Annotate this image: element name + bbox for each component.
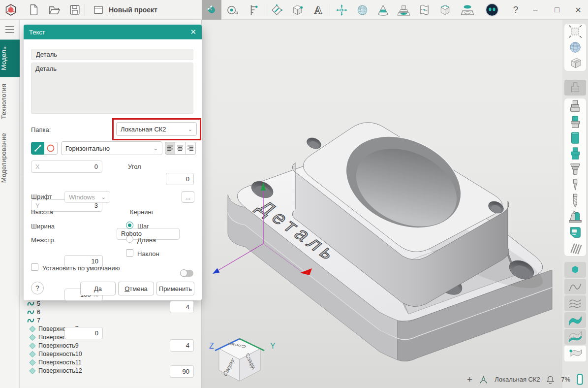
maximize-button[interactable]: □ — [547, 0, 567, 20]
align-right-button[interactable] — [186, 142, 196, 155]
step-field[interactable]: 4 — [170, 301, 194, 313]
open-box-button[interactable] — [564, 55, 586, 71]
zoom-level[interactable]: 7% — [561, 376, 570, 383]
font-more-button[interactable]: ... — [182, 191, 194, 203]
sphere-view-button[interactable] — [564, 39, 586, 55]
menu-button[interactable] — [0, 20, 19, 39]
magnet-tool-button[interactable] — [202, 0, 221, 20]
diagonal-line-icon — [33, 144, 42, 153]
drill-small-button[interactable] — [564, 177, 586, 193]
tree-item-label: Поверхность9 — [38, 342, 79, 349]
dialog-titlebar[interactable]: Текст ✕ — [24, 25, 202, 39]
sidebar-tab-modeling[interactable]: Моделирование — [0, 126, 20, 190]
surface-sheet-button[interactable] — [414, 0, 434, 20]
length-field[interactable]: 4 — [170, 339, 194, 352]
toolbar-separator — [330, 4, 330, 16]
circle-mode-button[interactable] — [44, 142, 58, 155]
text-name-input[interactable] — [31, 49, 193, 60]
cone-tool-button[interactable] — [373, 0, 393, 20]
close-glyph: ✕ — [575, 5, 581, 15]
viewport-3d[interactable]: Деталь Z Y Слева Сверху Сзади — [202, 20, 562, 388]
machine-station-a-button[interactable] — [564, 209, 586, 225]
ok-button[interactable]: Да — [80, 282, 116, 295]
document-tab-label: Новый проект — [109, 6, 157, 14]
default-checkbox[interactable] — [31, 263, 38, 271]
cylinder-step-button[interactable] — [564, 98, 586, 114]
slant-field[interactable]: 90 — [170, 365, 194, 378]
drill-bit-button[interactable] — [564, 193, 586, 209]
text-tool-button[interactable]: A — [308, 0, 328, 20]
sidebar-tab-technology[interactable]: Технология — [0, 77, 20, 126]
ok-button-label: Да — [94, 285, 102, 292]
move-tool-button[interactable] — [332, 0, 351, 20]
cylinder-teal-top-button[interactable] — [564, 114, 586, 130]
minimize-button[interactable]: – — [526, 0, 545, 20]
open-file-button[interactable] — [44, 0, 64, 20]
sphere-tool-button[interactable] — [352, 0, 372, 20]
teal-point-icon — [570, 264, 581, 275]
tree-item[interactable]: Поверхность7 — [20, 324, 201, 333]
hatch-button[interactable] — [564, 240, 586, 256]
mold-tool-button[interactable] — [458, 0, 477, 20]
angle-field[interactable]: 0 — [166, 173, 194, 185]
axis-arrow-blue — [213, 268, 220, 274]
dialog-close-icon[interactable]: ✕ — [190, 28, 196, 36]
sidebar-tab-model[interactable]: Модель — [0, 39, 20, 77]
point-blob-button[interactable] — [564, 262, 586, 278]
font-system-dropdown[interactable]: Windows ⌄ — [64, 191, 110, 203]
curve-button[interactable] — [564, 279, 586, 294]
chevron-down-icon: ⌄ — [101, 194, 106, 200]
cylinder-teal-button[interactable] — [564, 130, 586, 146]
save-button[interactable] — [65, 0, 85, 20]
assistant-button[interactable] — [482, 0, 502, 20]
folder-dropdown[interactable]: Локальная СК2 ⌄ — [116, 122, 197, 136]
coordinate-system-icon[interactable] — [479, 375, 488, 384]
active-cs-label[interactable]: Локальная СК2 — [495, 376, 540, 383]
app-logo[interactable] — [1, 0, 21, 20]
sphere-icon — [568, 40, 582, 54]
new-file-button[interactable] — [24, 0, 43, 20]
length-radio[interactable] — [126, 235, 133, 243]
cylinder-teal-step-button[interactable] — [564, 146, 586, 162]
chevron-down-icon: ⌄ — [154, 145, 158, 152]
platform-part-button[interactable] — [394, 0, 413, 20]
wave-teal-button[interactable] — [564, 312, 586, 328]
vertex-tool-button[interactable] — [287, 0, 307, 20]
tree-item[interactable]: 7 — [20, 316, 201, 324]
caliper-icon — [247, 3, 260, 17]
stitch-tool-button[interactable] — [435, 0, 455, 20]
slant-checkbox[interactable] — [126, 249, 133, 257]
sketch-tool-button[interactable] — [267, 0, 286, 20]
cancel-button[interactable]: Отмена — [118, 282, 154, 295]
feature-ghost-button[interactable] — [564, 80, 586, 96]
line-mode-button[interactable] — [31, 142, 44, 155]
bell-icon[interactable] — [546, 375, 555, 384]
apply-button[interactable]: Применить — [156, 282, 194, 295]
cone-step-button[interactable] — [564, 162, 586, 177]
x-coordinate-field[interactable]: X 0 — [31, 161, 102, 173]
flag-surface-button[interactable] — [564, 346, 586, 361]
text-content-area[interactable]: Деталь — [31, 63, 193, 114]
machine-station-b-button[interactable] — [564, 225, 586, 240]
align-left-button[interactable] — [165, 142, 175, 155]
kerning-toggle[interactable] — [180, 270, 193, 277]
teal-cylinder-icon — [568, 130, 582, 145]
surface-icon — [29, 342, 36, 349]
waves-outline-button[interactable] — [564, 295, 586, 311]
add-cs-button[interactable]: + — [467, 374, 472, 385]
linespace-field[interactable]: 0 — [64, 327, 103, 339]
wave-duo-button[interactable] — [564, 329, 586, 345]
direction-dropdown[interactable]: Горизонтально ⌄ — [61, 141, 162, 155]
help-button[interactable]: ? — [506, 0, 526, 20]
document-tab[interactable]: Новый проект — [88, 0, 162, 20]
open-folder-icon — [48, 3, 61, 17]
view-cube[interactable]: Z Y Слева Сверху Сзади — [204, 320, 283, 388]
measure-tape-button[interactable] — [222, 0, 242, 20]
step-radio[interactable] — [126, 222, 133, 229]
close-button[interactable]: ✕ — [568, 0, 588, 20]
teal-stepped-cylinder-icon — [568, 146, 582, 161]
align-center-button[interactable] — [175, 142, 186, 155]
caliper-tool-button[interactable] — [243, 0, 263, 20]
stock-bounds-button[interactable] — [564, 24, 586, 39]
dialog-help-button[interactable]: ? — [31, 282, 44, 294]
